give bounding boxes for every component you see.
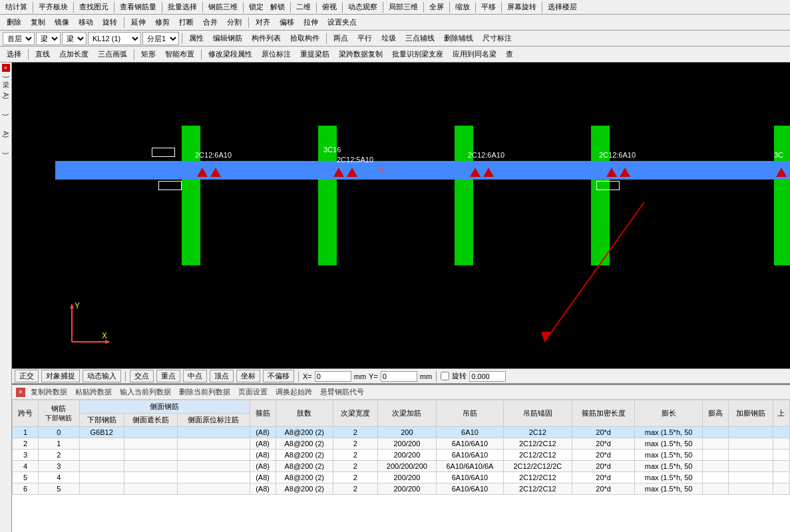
menu-fushi[interactable]: 俯视 [319,1,339,13]
menu-chakan[interactable]: 查看钢筋量 [117,1,159,13]
menu-floor[interactable]: 选择楼层 [545,1,580,13]
cell-hang[interactable]: 2C12/2C12/2C [503,461,572,472]
cell-hanganchor[interactable]: 20*d [572,461,635,472]
rotate-checkbox[interactable] [441,372,449,380]
cell-extlen[interactable] [702,427,728,438]
btn-no-offset[interactable]: 不偏移 [263,370,294,382]
cell-sidelong[interactable] [124,461,178,472]
menu-chazhao[interactable]: 查找图元 [77,1,111,13]
panel-btn-copy-span[interactable]: 复制跨数据 [28,386,70,398]
cell-denselen[interactable]: max (1.5*h, 50 [635,461,702,472]
menu-fullscreen[interactable]: 全屏 [427,1,447,13]
cell-bottom[interactable] [79,461,124,472]
btn-select[interactable]: 选择 [3,48,25,61]
btn-arc3pt[interactable]: 三点画弧 [94,48,131,61]
panel-btn-swap-span[interactable]: 调换起始跨 [273,386,315,398]
btn-line[interactable]: 直线 [31,48,54,61]
cell-addbar[interactable] [773,472,789,483]
table-row[interactable]: 54(A8)A8@200 (2)2200/2006A10/6A102C12/2C… [13,472,790,483]
table-row[interactable]: 21(A8)A8@200 (2)2200/2006A10/6A102C12/2C… [13,438,790,450]
cell-exth[interactable] [728,438,773,450]
cell-legs[interactable]: 2 [333,450,377,461]
cell-sideorig[interactable] [178,427,250,438]
cell-addbar[interactable] [773,450,789,461]
btn-span-copy[interactable]: 梁跨数据复制 [335,48,387,61]
cell-stirrup[interactable]: A8@200 (2) [276,438,333,450]
btn-offset[interactable]: 偏移 [276,16,298,29]
cell-secadd[interactable]: 6A10/6A10 [437,438,504,450]
cell-legs[interactable]: 2 [333,483,377,495]
btn-intersection[interactable]: 交点 [130,370,154,382]
table-row[interactable]: 43(A8)A8@200 (2)2200/200/2006A10/6A10/6A… [13,461,790,472]
btn-del-line[interactable]: 删除辅线 [440,32,477,45]
cell-span[interactable]: 2 [39,450,80,461]
cell-secwidth[interactable]: 200/200 [377,438,436,450]
cell-exth[interactable] [728,472,773,483]
btn-center[interactable]: 中点 [183,370,207,382]
cell-sidelong[interactable] [124,438,178,450]
btn-align[interactable]: 对齐 [252,16,274,29]
layer-select[interactable]: 分层1 [142,32,179,45]
cell-sidelong[interactable] [124,483,178,495]
cell-hang[interactable]: 2C12/2C12 [503,483,572,495]
cell-hang[interactable]: 2C12/2C12 [503,438,572,450]
cell-stirrup[interactable]: A8@200 (2) [276,427,333,438]
cell-extlen[interactable] [702,472,728,483]
cell-denselen[interactable]: max (1.5*h, 50 [635,427,702,438]
btn-stretch[interactable]: 拉伸 [299,16,322,29]
btn-apply-same[interactable]: 应用到同名梁 [449,48,500,61]
btn-component-list[interactable]: 构件列表 [248,32,285,45]
panel-btn-del-span[interactable]: 删除当前列数据 [176,386,233,398]
cell-bottom[interactable] [79,438,124,450]
cell-span[interactable]: 1 [39,438,80,450]
cell-id[interactable]: 6 [13,483,39,495]
code-select[interactable]: KL12 (1) [88,32,141,45]
cell-stirrup[interactable]: A8@200 (2) [276,461,333,472]
menu-unlock[interactable]: 解锁 [268,1,288,13]
cell-sidelong[interactable] [124,450,178,461]
cell-sideorig[interactable] [178,450,250,461]
btn-rotate[interactable]: 旋转 [99,16,121,29]
cell-id[interactable]: 2 [13,438,39,450]
btn-move[interactable]: 移动 [75,16,97,29]
y-input[interactable] [381,371,417,382]
cell-addbar[interactable] [773,461,789,472]
btn-vertex[interactable]: 顶点 [210,370,234,382]
cell-hanganchor[interactable]: 20*d [572,483,635,495]
cell-hanganchor[interactable]: 20*d [572,438,635,450]
cell-span[interactable]: 3 [39,461,80,472]
floor-select[interactable]: 首层 [3,32,35,45]
cell-extlen[interactable] [702,483,728,495]
cell-extlen[interactable] [702,450,728,461]
btn-dynamic-input[interactable]: 动态输入 [83,370,121,382]
btn-three-line[interactable]: 三点辅线 [401,32,439,45]
cell-exth[interactable] [728,427,773,438]
cell-tie[interactable]: (A8) [250,427,276,438]
btn-trim[interactable]: 修剪 [151,16,174,29]
btn-setgrip[interactable]: 设置夹点 [323,16,361,29]
btn-mirror[interactable]: 镜像 [51,16,73,29]
cell-secwidth[interactable]: 200/200 [377,450,436,461]
btn-midpoint[interactable]: 重点 [156,370,180,382]
btn-angle[interactable]: 垃圾 [377,32,400,45]
cell-denselen[interactable]: max (1.5*h, 50 [635,472,702,483]
btn-point-len[interactable]: 点加长度 [55,48,93,61]
btn-re-lift[interactable]: 重提梁筋 [296,48,333,61]
cell-exth[interactable] [728,461,773,472]
cell-legs[interactable]: 2 [333,438,377,450]
menu-local3d[interactable]: 局部三维 [386,1,421,13]
menu-jijisuan[interactable]: 结计算 [3,1,30,13]
type2-select[interactable]: 梁 [62,32,87,45]
cell-secadd[interactable]: 6A10/6A10 [437,483,504,495]
cell-bottom[interactable]: G6B12 [79,427,124,438]
table-row[interactable]: 65(A8)A8@200 (2)2200/2006A10/6A102C12/2C… [13,483,790,495]
cell-extlen[interactable] [702,438,728,450]
btn-break[interactable]: 打断 [175,16,198,29]
cell-sidelong[interactable] [124,427,178,438]
menu-zoom[interactable]: 缩放 [453,1,473,13]
btn-smart[interactable]: 智能布置 [161,48,198,61]
btn-delete[interactable]: 删除 [3,16,25,29]
cell-secadd[interactable]: 6A10 [437,427,504,438]
btn-mod-seg[interactable]: 修改梁段属性 [204,48,256,61]
cell-tie[interactable]: (A8) [250,438,276,450]
